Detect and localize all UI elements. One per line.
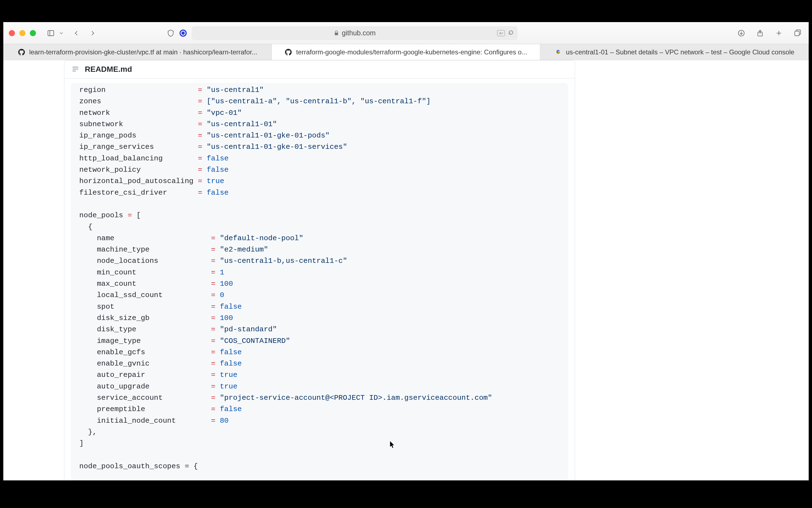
browser-tab-2[interactable]: us-central1-01 – Subnet details – VPC ne… (540, 44, 809, 60)
reload-button[interactable] (508, 29, 514, 37)
svg-text:あA: あA (499, 32, 503, 35)
address-bar[interactable]: github.com あA (192, 26, 518, 40)
readme-container: README.md region = "us-central1" zones =… (64, 60, 575, 480)
github-icon (284, 48, 292, 56)
page-content: README.md region = "us-central1" zones =… (3, 60, 809, 480)
browser-tab-0[interactable]: learn-terraform-provision-gke-cluster/vp… (3, 44, 272, 60)
tab-bar: learn-terraform-provision-gke-cluster/vp… (3, 44, 809, 60)
minimize-window-button[interactable] (19, 30, 26, 36)
lock-icon (334, 30, 339, 36)
gcp-icon (554, 48, 562, 56)
tab-overview-button[interactable] (792, 28, 803, 38)
tab-group-menu[interactable] (58, 28, 64, 38)
share-button[interactable] (755, 28, 766, 38)
readme-header: README.md (64, 60, 575, 78)
terraform-code-block[interactable]: region = "us-central1" zones = ["us-cent… (71, 83, 568, 480)
privacy-shield-icon[interactable] (167, 29, 174, 37)
url-host: github.com (342, 29, 376, 37)
github-icon (18, 48, 26, 56)
sidebar-toggle-button[interactable] (45, 28, 56, 38)
toc-icon[interactable] (72, 66, 79, 73)
readme-filename: README.md (85, 65, 132, 74)
browser-tab-1[interactable]: terraform-google-modules/terraform-googl… (272, 44, 540, 60)
browser-toolbar: github.com あA (3, 22, 809, 44)
downloads-button[interactable] (736, 28, 747, 38)
forward-button[interactable] (87, 28, 98, 38)
window-controls (9, 30, 36, 36)
close-window-button[interactable] (9, 30, 15, 36)
extension-icon[interactable] (179, 30, 187, 37)
svg-rect-0 (48, 30, 54, 36)
back-button[interactable] (71, 28, 82, 38)
translate-button[interactable]: あA (497, 30, 505, 36)
maximize-window-button[interactable] (30, 30, 36, 36)
svg-rect-9 (795, 31, 799, 36)
new-tab-button[interactable] (773, 28, 784, 38)
